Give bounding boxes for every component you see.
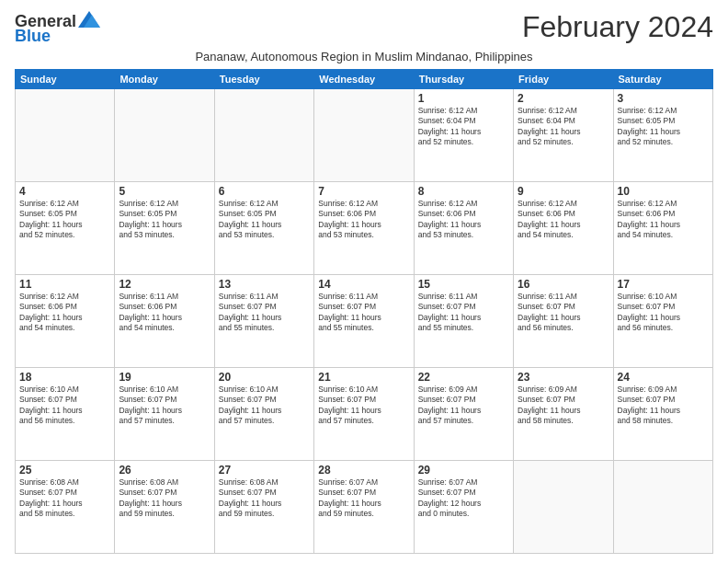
calendar-cell-w4-d5: 22Sunrise: 6:09 AMSunset: 6:07 PMDayligh… <box>414 368 513 461</box>
day-info: Sunrise: 6:11 AMSunset: 6:07 PMDaylight:… <box>418 292 509 334</box>
day-number: 4 <box>19 185 110 198</box>
calendar-cell-w2-d6: 9Sunrise: 6:12 AMSunset: 6:06 PMDaylight… <box>514 182 613 275</box>
day-number: 1 <box>418 92 509 105</box>
month-year-title: February 2024 <box>522 11 713 43</box>
day-info: Sunrise: 6:08 AMSunset: 6:07 PMDaylight:… <box>119 477 210 520</box>
day-number: 13 <box>219 278 310 291</box>
day-number: 22 <box>418 371 509 384</box>
calendar-cell-w3-d6: 16Sunrise: 6:11 AMSunset: 6:07 PMDayligh… <box>514 275 613 368</box>
day-number: 2 <box>518 92 609 105</box>
calendar-cell-w5-d3: 27Sunrise: 6:08 AMSunset: 6:07 PMDayligh… <box>214 461 313 554</box>
calendar-header-row: Sunday Monday Tuesday Wednesday Thursday… <box>16 70 713 89</box>
calendar-cell-w1-d5: 1Sunrise: 6:12 AMSunset: 6:04 PMDaylight… <box>414 89 513 182</box>
day-info: Sunrise: 6:09 AMSunset: 6:07 PMDaylight:… <box>418 385 509 427</box>
calendar-week-4: 18Sunrise: 6:10 AMSunset: 6:07 PMDayligh… <box>16 368 713 461</box>
col-header-saturday: Saturday <box>613 70 712 89</box>
day-info: Sunrise: 6:11 AMSunset: 6:07 PMDaylight:… <box>219 292 310 334</box>
day-info: Sunrise: 6:12 AMSunset: 6:06 PMDaylight:… <box>518 199 609 241</box>
calendar-cell-w4-d1: 18Sunrise: 6:10 AMSunset: 6:07 PMDayligh… <box>16 368 115 461</box>
calendar-cell-w3-d2: 12Sunrise: 6:11 AMSunset: 6:06 PMDayligh… <box>115 275 214 368</box>
day-number: 21 <box>318 371 409 384</box>
day-number: 6 <box>219 185 310 198</box>
day-info: Sunrise: 6:11 AMSunset: 6:07 PMDaylight:… <box>318 292 409 334</box>
calendar-cell-w3-d1: 11Sunrise: 6:12 AMSunset: 6:06 PMDayligh… <box>16 275 115 368</box>
day-info: Sunrise: 6:10 AMSunset: 6:07 PMDaylight:… <box>618 292 709 334</box>
calendar-cell-w4-d7: 24Sunrise: 6:09 AMSunset: 6:07 PMDayligh… <box>613 368 712 461</box>
day-number: 24 <box>618 371 709 384</box>
calendar-table: Sunday Monday Tuesday Wednesday Thursday… <box>15 69 713 554</box>
day-info: Sunrise: 6:11 AMSunset: 6:07 PMDaylight:… <box>518 292 609 334</box>
calendar-cell-w1-d2 <box>115 89 214 182</box>
subtitle: Pananaw, Autonomous Region in Muslim Min… <box>15 50 713 63</box>
day-info: Sunrise: 6:07 AMSunset: 6:07 PMDaylight:… <box>318 477 409 520</box>
day-number: 29 <box>418 464 509 477</box>
calendar-cell-w4-d6: 23Sunrise: 6:09 AMSunset: 6:07 PMDayligh… <box>514 368 613 461</box>
day-number: 10 <box>618 185 709 198</box>
calendar-cell-w3-d5: 15Sunrise: 6:11 AMSunset: 6:07 PMDayligh… <box>414 275 513 368</box>
calendar-cell-w5-d1: 25Sunrise: 6:08 AMSunset: 6:07 PMDayligh… <box>16 461 115 554</box>
day-info: Sunrise: 6:12 AMSunset: 6:05 PMDaylight:… <box>119 199 210 241</box>
day-number: 25 <box>19 464 110 477</box>
calendar-cell-w3-d7: 17Sunrise: 6:10 AMSunset: 6:07 PMDayligh… <box>613 275 712 368</box>
day-number: 8 <box>418 185 509 198</box>
col-header-thursday: Thursday <box>414 70 513 89</box>
day-info: Sunrise: 6:12 AMSunset: 6:06 PMDaylight:… <box>318 199 409 241</box>
calendar-cell-w5-d7 <box>613 461 712 554</box>
day-info: Sunrise: 6:12 AMSunset: 6:05 PMDaylight:… <box>618 106 709 148</box>
calendar-cell-w2-d5: 8Sunrise: 6:12 AMSunset: 6:06 PMDaylight… <box>414 182 513 275</box>
day-info: Sunrise: 6:10 AMSunset: 6:07 PMDaylight:… <box>219 385 310 427</box>
col-header-tuesday: Tuesday <box>214 70 313 89</box>
calendar-cell-w5-d4: 28Sunrise: 6:07 AMSunset: 6:07 PMDayligh… <box>314 461 414 554</box>
calendar-week-5: 25Sunrise: 6:08 AMSunset: 6:07 PMDayligh… <box>16 461 713 554</box>
day-number: 27 <box>219 464 310 477</box>
day-info: Sunrise: 6:10 AMSunset: 6:07 PMDaylight:… <box>318 385 409 427</box>
title-block: February 2024 <box>522 11 713 43</box>
day-number: 9 <box>518 185 609 198</box>
calendar-week-3: 11Sunrise: 6:12 AMSunset: 6:06 PMDayligh… <box>16 275 713 368</box>
day-number: 28 <box>318 464 409 477</box>
day-number: 16 <box>518 278 609 291</box>
calendar-week-2: 4Sunrise: 6:12 AMSunset: 6:05 PMDaylight… <box>16 182 713 275</box>
calendar-cell-w2-d4: 7Sunrise: 6:12 AMSunset: 6:06 PMDaylight… <box>314 182 414 275</box>
calendar-cell-w1-d6: 2Sunrise: 6:12 AMSunset: 6:04 PMDaylight… <box>514 89 613 182</box>
calendar-week-1: 1Sunrise: 6:12 AMSunset: 6:04 PMDaylight… <box>16 89 713 182</box>
day-number: 17 <box>618 278 709 291</box>
calendar-cell-w4-d4: 21Sunrise: 6:10 AMSunset: 6:07 PMDayligh… <box>314 368 414 461</box>
day-number: 20 <box>219 371 310 384</box>
calendar-cell-w2-d2: 5Sunrise: 6:12 AMSunset: 6:05 PMDaylight… <box>115 182 214 275</box>
day-info: Sunrise: 6:08 AMSunset: 6:07 PMDaylight:… <box>19 477 110 520</box>
day-number: 12 <box>119 278 210 291</box>
logo-icon <box>78 11 100 28</box>
day-info: Sunrise: 6:08 AMSunset: 6:07 PMDaylight:… <box>219 477 310 520</box>
day-number: 18 <box>19 371 110 384</box>
day-info: Sunrise: 6:12 AMSunset: 6:06 PMDaylight:… <box>19 292 110 334</box>
calendar-cell-w1-d1 <box>16 89 115 182</box>
day-info: Sunrise: 6:07 AMSunset: 6:07 PMDaylight:… <box>418 477 509 520</box>
day-info: Sunrise: 6:10 AMSunset: 6:07 PMDaylight:… <box>119 385 210 427</box>
day-number: 5 <box>119 185 210 198</box>
day-info: Sunrise: 6:12 AMSunset: 6:05 PMDaylight:… <box>219 199 310 241</box>
logo-blue: Blue <box>15 27 51 46</box>
day-info: Sunrise: 6:11 AMSunset: 6:06 PMDaylight:… <box>119 292 210 334</box>
day-number: 7 <box>318 185 409 198</box>
col-header-sunday: Sunday <box>16 70 115 89</box>
day-info: Sunrise: 6:12 AMSunset: 6:04 PMDaylight:… <box>418 106 509 148</box>
calendar-cell-w3-d4: 14Sunrise: 6:11 AMSunset: 6:07 PMDayligh… <box>314 275 414 368</box>
calendar-cell-w2-d3: 6Sunrise: 6:12 AMSunset: 6:05 PMDaylight… <box>214 182 313 275</box>
day-info: Sunrise: 6:12 AMSunset: 6:06 PMDaylight:… <box>618 199 709 241</box>
day-number: 19 <box>119 371 210 384</box>
calendar-cell-w1-d4 <box>314 89 414 182</box>
day-info: Sunrise: 6:12 AMSunset: 6:06 PMDaylight:… <box>418 199 509 241</box>
calendar-cell-w3-d3: 13Sunrise: 6:11 AMSunset: 6:07 PMDayligh… <box>214 275 313 368</box>
logo: General Blue <box>15 13 100 46</box>
page: General Blue February 2024 Pananaw, Auto… <box>0 0 728 563</box>
col-header-friday: Friday <box>514 70 613 89</box>
day-info: Sunrise: 6:12 AMSunset: 6:04 PMDaylight:… <box>518 106 609 148</box>
calendar-cell-w2-d1: 4Sunrise: 6:12 AMSunset: 6:05 PMDaylight… <box>16 182 115 275</box>
day-number: 23 <box>518 371 609 384</box>
col-header-monday: Monday <box>115 70 214 89</box>
day-info: Sunrise: 6:09 AMSunset: 6:07 PMDaylight:… <box>618 385 709 427</box>
day-number: 14 <box>318 278 409 291</box>
calendar-cell-w1-d7: 3Sunrise: 6:12 AMSunset: 6:05 PMDaylight… <box>613 89 712 182</box>
calendar-cell-w4-d3: 20Sunrise: 6:10 AMSunset: 6:07 PMDayligh… <box>214 368 313 461</box>
